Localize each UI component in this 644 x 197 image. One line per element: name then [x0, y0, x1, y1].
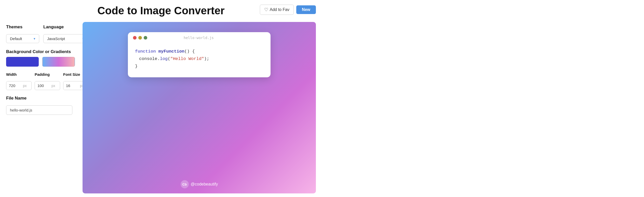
width-group: Width px [6, 72, 32, 90]
language-dropdown[interactable]: JavaScript ▾ [43, 34, 88, 43]
padding-label: Padding [35, 72, 60, 77]
code-line-1: function myFunction() { [135, 48, 263, 55]
main-layout: Themes Default ▾ Language JavaScript ▾ B… [0, 19, 322, 193]
padding-group: Padding px [35, 72, 60, 90]
padding-input[interactable] [35, 81, 51, 90]
closing-brace: } [135, 64, 138, 69]
fontsize-input[interactable] [63, 81, 80, 90]
dot-red [133, 36, 137, 40]
add-to-fav-button[interactable]: ♡ Add to Fav [260, 5, 294, 15]
header: Code to Image Converter ♡ Add to Fav New [0, 0, 322, 19]
new-button[interactable]: New [296, 5, 316, 14]
filename-label: File Name [6, 96, 75, 101]
code-window-titlebar: hello-world.js [128, 32, 271, 43]
width-input[interactable] [6, 81, 23, 90]
keyword-function: function [135, 49, 158, 54]
width-unit: px [23, 84, 29, 88]
themes-value: Default [10, 36, 22, 41]
footer-handle: @codebeautify [191, 182, 218, 187]
dot-yellow [138, 36, 142, 40]
code-window: hello-world.js function myFunction() { c… [128, 32, 271, 77]
chevron-down-icon: ▾ [34, 37, 35, 41]
log-text: log [160, 56, 168, 61]
window-filename: hello-world.js [184, 36, 214, 40]
gradient-color-swatch[interactable] [42, 57, 75, 67]
code-line-3: } [135, 63, 263, 70]
bg-label: Background Color or Gradients [6, 49, 75, 54]
string-text: "Hello World" [170, 56, 204, 61]
bg-section: Background Color or Gradients [6, 49, 75, 67]
padding-unit: px [51, 84, 57, 88]
preview-panel: hello-world.js function myFunction() { c… [83, 22, 316, 193]
window-dots [133, 36, 147, 40]
dimensions-row: Width px Padding px Font Size px [6, 72, 75, 90]
code-line-2: console.log("Hello World"); [139, 55, 263, 63]
themes-group: Themes Default ▾ [6, 24, 39, 43]
padding-input-wrap: px [35, 81, 60, 90]
cb-logo: Cb [181, 180, 189, 188]
filename-section: File Name [6, 96, 75, 115]
heart-icon: ♡ [264, 7, 268, 13]
preview-footer: Cb @codebeautify [181, 176, 218, 188]
header-actions: ♡ Add to Fav New [260, 5, 316, 15]
color-swatches [6, 57, 75, 67]
dot-green [144, 36, 147, 40]
left-panel: Themes Default ▾ Language JavaScript ▾ B… [6, 22, 83, 193]
paren: () { [184, 49, 195, 54]
code-body: function myFunction() { console.log("Hel… [128, 43, 271, 70]
filename-input[interactable] [6, 105, 72, 115]
language-label: Language [43, 24, 88, 30]
func-name: myFunction [158, 49, 184, 54]
solid-color-swatch[interactable] [6, 57, 39, 67]
page-title: Code to Image Converter [97, 5, 224, 17]
themes-dropdown[interactable]: Default ▾ [6, 34, 39, 43]
width-label: Width [6, 72, 32, 77]
console-text: console. [139, 56, 160, 61]
language-group: Language JavaScript ▾ [43, 24, 88, 43]
width-input-wrap: px [6, 81, 32, 90]
language-value: JavaScript [47, 36, 65, 41]
themes-label: Themes [6, 24, 39, 30]
theme-language-row: Themes Default ▾ Language JavaScript ▾ [6, 24, 75, 43]
